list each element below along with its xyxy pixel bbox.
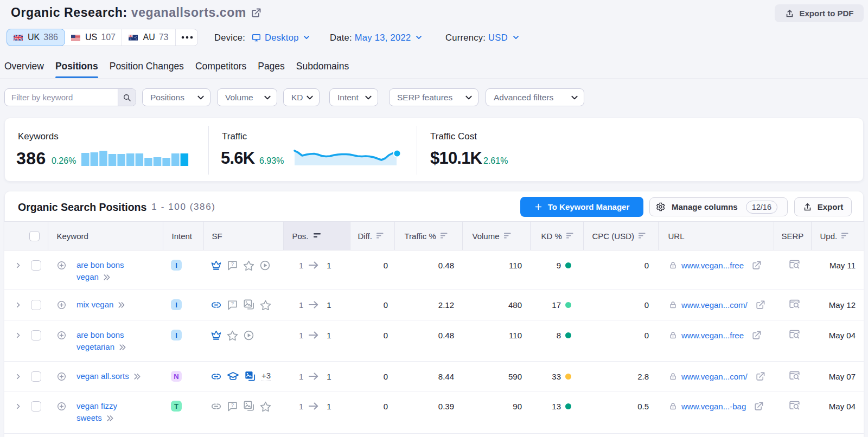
svg-text:?: ?: [231, 401, 234, 407]
svg-text:?: ?: [231, 260, 234, 266]
svg-text:?: ?: [231, 300, 234, 306]
